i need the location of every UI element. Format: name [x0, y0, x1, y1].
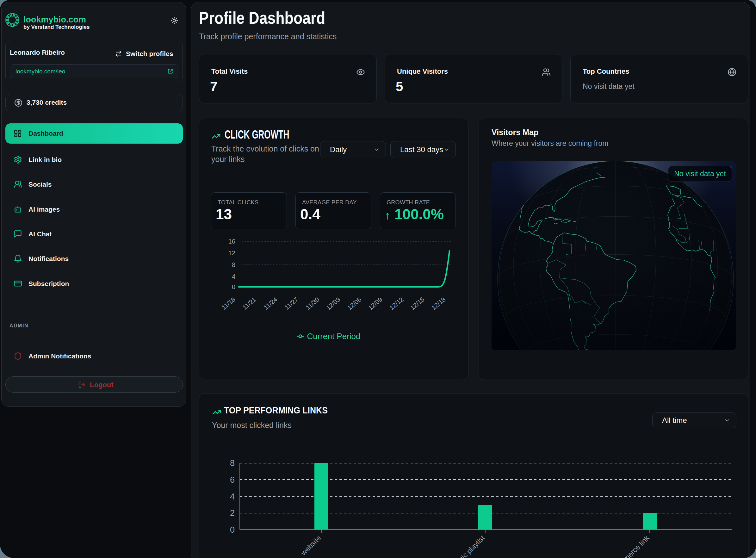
- svg-text:2: 2: [230, 508, 235, 518]
- svg-text:8: 8: [230, 458, 235, 468]
- svg-text:12/03: 12/03: [325, 296, 341, 311]
- svg-text:website: website: [299, 534, 322, 557]
- svg-text:11/24: 11/24: [262, 296, 278, 311]
- svg-text:music playlist: music playlist: [450, 534, 486, 558]
- svg-text:0: 0: [232, 283, 235, 290]
- svg-text:11/27: 11/27: [283, 296, 299, 311]
- svg-text:11/18: 11/18: [220, 296, 236, 311]
- svg-text:4: 4: [230, 492, 235, 501]
- svg-text:12/18: 12/18: [430, 296, 447, 311]
- svg-text:commerce link: commerce link: [612, 534, 651, 558]
- svg-text:8: 8: [232, 261, 235, 268]
- svg-text:0: 0: [230, 525, 235, 535]
- svg-text:12/12: 12/12: [388, 296, 405, 311]
- svg-text:12: 12: [228, 250, 235, 257]
- svg-text:6: 6: [230, 475, 235, 485]
- svg-text:12/15: 12/15: [409, 296, 425, 311]
- svg-text:16: 16: [228, 238, 235, 245]
- svg-text:11/21: 11/21: [241, 296, 257, 311]
- svg-text:12/06: 12/06: [346, 296, 362, 311]
- svg-text:11/30: 11/30: [304, 296, 321, 311]
- svg-text:4: 4: [232, 273, 235, 280]
- svg-text:12/09: 12/09: [367, 296, 383, 311]
